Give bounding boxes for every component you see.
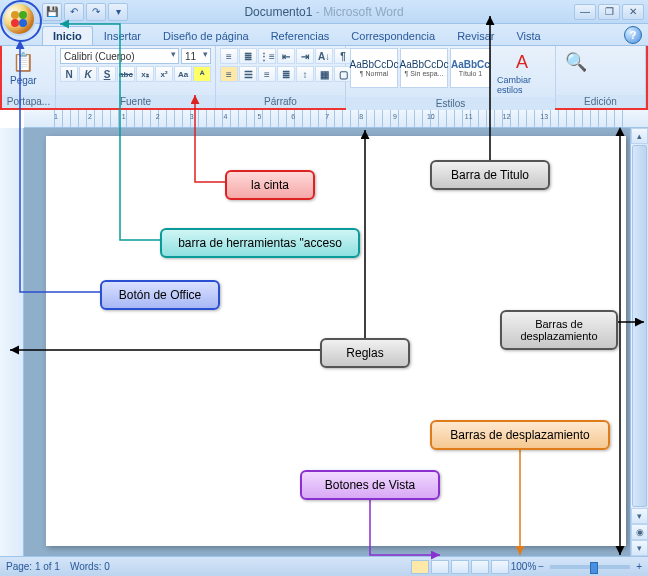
zoom-in-button[interactable]: + [636, 561, 642, 572]
maximize-button[interactable]: ❐ [598, 4, 620, 20]
font-size-combo[interactable]: 11 [181, 48, 211, 64]
callout-reglas: Reglas [320, 338, 410, 368]
save-icon[interactable]: 💾 [42, 3, 62, 21]
group-editing: 🔍 Edición [556, 46, 646, 108]
office-button[interactable] [2, 2, 36, 36]
zoom-out-button[interactable]: − [538, 561, 544, 572]
group-clipboard: 📋 Pegar Portapa... [2, 46, 56, 108]
undo-icon[interactable]: ↶ [64, 3, 84, 21]
tab-revisar[interactable]: Revisar [446, 26, 505, 45]
next-page-icon[interactable]: ▾ [631, 540, 648, 556]
sort-button[interactable]: A↓ [315, 48, 333, 64]
group-label-clipboard: Portapa... [2, 95, 55, 108]
change-styles-button[interactable]: A Cambiar estilos [493, 48, 551, 97]
bold-button[interactable]: N [60, 66, 78, 82]
justify-button[interactable]: ≣ [277, 66, 295, 82]
tab-referencias[interactable]: Referencias [260, 26, 341, 45]
ruler-vertical[interactable] [0, 128, 24, 556]
tab-vista[interactable]: Vista [505, 26, 551, 45]
ruler-horizontal[interactable]: 1212345678910111213 [24, 110, 648, 128]
group-paragraph: ≡ ≣ ⋮≡ ⇤ ⇥ A↓ ¶ ≡ ☰ ≡ ≣ ↕ ▦ ▢ Párrafo [216, 46, 346, 108]
callout-boton-office: Botón de Office [100, 280, 220, 310]
group-styles: AaBbCcDc¶ Normal AaBbCcDc¶ Sin espa... A… [346, 46, 556, 108]
linespace-button[interactable]: ↕ [296, 66, 314, 82]
ribbon-tabs: Inicio Insertar Diseño de página Referen… [0, 24, 648, 46]
window-controls: — ❐ ✕ [574, 4, 644, 20]
status-wordcount: Words: 0 [70, 561, 110, 572]
underline-button[interactable]: S [98, 66, 116, 82]
tab-inicio[interactable]: Inicio [42, 26, 93, 45]
subscript-button[interactable]: x₂ [136, 66, 154, 82]
svg-point-0 [11, 11, 19, 19]
font-family-combo[interactable]: Calibri (Cuerpo) [60, 48, 179, 64]
bullets-button[interactable]: ≡ [220, 48, 238, 64]
status-page: Page: 1 of 1 [6, 561, 60, 572]
paste-button[interactable]: 📋 Pegar [6, 48, 41, 88]
svg-point-3 [19, 19, 27, 27]
group-font: Calibri (Cuerpo) 11 N K S abc x₂ x² Aa ᴬ… [56, 46, 216, 108]
callout-barra-titulo: Barra de Titulo [430, 160, 550, 190]
strike-button[interactable]: abc [117, 66, 135, 82]
title-bar: 💾 ↶ ↷ ▾ Documento1 - Microsoft Word — ❐ … [0, 0, 648, 24]
minimize-button[interactable]: — [574, 4, 596, 20]
tab-insertar[interactable]: Insertar [93, 26, 152, 45]
redo-icon[interactable]: ↷ [86, 3, 106, 21]
styles-icon: A [510, 50, 534, 74]
svg-point-2 [11, 19, 19, 27]
highlight-button[interactable]: ᴬ [193, 66, 211, 82]
callout-acceso-rapido: barra de herramientas "acceso [160, 228, 360, 258]
group-label-editing: Edición [556, 95, 645, 108]
scrollbar-vertical[interactable]: ▴ ▾ ◉ ▾ [630, 128, 648, 556]
style-sin-espa[interactable]: AaBbCcDc¶ Sin espa... [400, 48, 448, 88]
callout-la-cinta: la cinta [225, 170, 315, 200]
style-titulo1[interactable]: AaBbCcTítulo 1 [450, 48, 491, 88]
view-web-button[interactable] [451, 560, 469, 574]
scroll-up-icon[interactable]: ▴ [631, 128, 648, 144]
quick-access-toolbar: 💾 ↶ ↷ ▾ [42, 3, 128, 21]
find-icon: 🔍 [564, 50, 588, 74]
tab-diseno[interactable]: Diseño de página [152, 26, 260, 45]
svg-point-1 [19, 11, 27, 19]
indent-dec-button[interactable]: ⇤ [277, 48, 295, 64]
shading-button[interactable]: ▦ [315, 66, 333, 82]
group-label-paragraph: Párrafo [216, 95, 345, 108]
italic-button[interactable]: K [79, 66, 97, 82]
view-outline-button[interactable] [471, 560, 489, 574]
prev-page-icon[interactable]: ◉ [631, 524, 648, 540]
view-fullscreen-button[interactable] [431, 560, 449, 574]
callout-botones-vista: Botones de Vista [300, 470, 440, 500]
group-label-font: Fuente [56, 95, 215, 108]
qat-more-icon[interactable]: ▾ [108, 3, 128, 21]
close-button[interactable]: ✕ [622, 4, 644, 20]
editing-button[interactable]: 🔍 [560, 48, 592, 76]
scroll-thumb[interactable] [632, 145, 647, 507]
view-draft-button[interactable] [491, 560, 509, 574]
help-button[interactable]: ? [624, 26, 642, 44]
zoom-slider[interactable] [550, 565, 630, 569]
view-print-layout-button[interactable] [411, 560, 429, 574]
status-bar: Page: 1 of 1 Words: 0 100% − + [0, 556, 648, 576]
clipboard-icon: 📋 [11, 50, 35, 74]
numbering-button[interactable]: ≣ [239, 48, 257, 64]
changecase-button[interactable]: Aa [174, 66, 192, 82]
align-center-button[interactable]: ☰ [239, 66, 257, 82]
group-label-styles: Estilos [346, 97, 555, 110]
indent-inc-button[interactable]: ⇥ [296, 48, 314, 64]
style-normal[interactable]: AaBbCcDc¶ Normal [350, 48, 398, 88]
callout-desplaz1: Barras de desplazamiento [500, 310, 618, 350]
align-right-button[interactable]: ≡ [258, 66, 276, 82]
ribbon: 📋 Pegar Portapa... Calibri (Cuerpo) 11 N… [0, 46, 648, 110]
window-title: Documento1 - Microsoft Word [244, 5, 403, 19]
zoom-label[interactable]: 100% [511, 561, 537, 572]
tab-correspondencia[interactable]: Correspondencia [340, 26, 446, 45]
align-left-button[interactable]: ≡ [220, 66, 238, 82]
scroll-down-icon[interactable]: ▾ [631, 508, 648, 524]
multilevel-button[interactable]: ⋮≡ [258, 48, 276, 64]
superscript-button[interactable]: x² [155, 66, 173, 82]
callout-desplaz2: Barras de desplazamiento [430, 420, 610, 450]
